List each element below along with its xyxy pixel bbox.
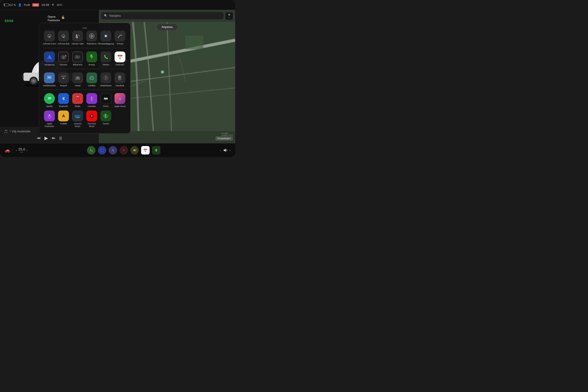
- app-vanster-sate[interactable]: Vänster Säte: [71, 30, 84, 45]
- youtube-music-label: YouTube Music: [85, 122, 98, 128]
- svg-marker-88: [134, 149, 136, 152]
- phone-taskbar-button[interactable]: [87, 146, 96, 154]
- app-caraoke[interactable]: Caraoke: [85, 93, 98, 108]
- svg-text:music: music: [76, 117, 80, 118]
- app-navigering[interactable]: Navigering: [42, 52, 56, 66]
- vol-down-button[interactable]: ‹: [220, 148, 221, 152]
- divider-1: [43, 48, 126, 48]
- temp-value: 25.0: [18, 147, 25, 151]
- nature-taskbar-button[interactable]: [152, 146, 160, 154]
- apple-music-label: Apple Music: [114, 105, 126, 108]
- svg-point-28: [63, 57, 64, 58]
- search-label[interactable]: Navigera: [109, 14, 121, 18]
- app-tidal[interactable]: TIDAL: [99, 93, 113, 108]
- vol-up-button[interactable]: ›: [229, 148, 230, 152]
- volume-icon: [223, 148, 228, 152]
- search-icon: 🔍: [104, 14, 108, 18]
- map-orientation-button[interactable]: ⊕↑: [225, 12, 233, 20]
- app-apple-music[interactable]: ♫ Apple Music: [113, 93, 127, 108]
- svg-point-4: [32, 80, 35, 82]
- messages-app-icon: [46, 75, 52, 81]
- browser-app-icon: [103, 75, 109, 81]
- tunein-icon: TuneIn: [103, 113, 109, 119]
- telefon-label: Telefon: [102, 64, 109, 66]
- auto-section: Auto: [42, 27, 128, 29]
- app-bluetooth[interactable]: Bluetooth: [57, 93, 70, 108]
- media-controls-row: ⏮ ▶ ⏭ |||: [4, 135, 95, 141]
- play-button[interactable]: ▶: [44, 135, 48, 141]
- sos-badge[interactable]: SOS: [32, 3, 39, 6]
- taskbar-left: 🚗 ‹ 25.0 ⊙⊙ ›: [5, 147, 28, 153]
- klimat-label: Klimatanläggning: [98, 42, 114, 45]
- calendar-taskbar-button[interactable]: 10: [141, 146, 150, 154]
- amazon-music-icon: amazon music: [74, 113, 81, 119]
- app-amazon-music[interactable]: amazon music Amazon Music: [71, 110, 84, 128]
- battery-icon: [4, 4, 9, 6]
- bluetooth-taskbar-button[interactable]: [109, 146, 117, 154]
- prev-button[interactable]: ⏮: [37, 136, 41, 140]
- bluetooth-icon: [60, 96, 66, 102]
- podcasts-icon: [46, 113, 52, 119]
- screen: 12 % 👤 Profil SOS 14:49 ☀ 16°C EDGE Öppn…: [0, 0, 235, 157]
- car-icon: 🚗: [5, 148, 10, 153]
- app-spotify[interactable]: Spotify: [42, 93, 56, 108]
- svg-rect-61: [118, 78, 120, 78]
- next-button[interactable]: ⏭: [52, 136, 56, 140]
- bilkamera-app-icon: [74, 54, 81, 60]
- app-radio[interactable]: Radio: [71, 93, 84, 108]
- app-bilkamera[interactable]: Bilkamera: [71, 52, 84, 66]
- kartdata-label: Kartdata ©2025: [221, 134, 233, 136]
- svg-text:TuneIn: TuneIn: [104, 116, 108, 118]
- app-webblasare[interactable]: Webbläsare: [99, 72, 113, 87]
- wiper-icon: [117, 33, 123, 39]
- camera-taskbar-icon: [100, 148, 104, 152]
- arkad-label: Arkad: [75, 84, 80, 87]
- bluetooth-label: Bluetooth: [59, 105, 68, 108]
- kungsangen-button[interactable]: Kungsängen: [216, 136, 233, 140]
- app-meddelanden[interactable]: Meddelanden: [42, 72, 56, 87]
- kalender-label: Kalender: [116, 64, 124, 66]
- media-taskbar-button[interactable]: [130, 146, 139, 154]
- svg-point-40: [48, 77, 49, 78]
- app-audible[interactable]: A Audible: [57, 110, 70, 125]
- svg-rect-36: [118, 55, 122, 56]
- temp-up-button[interactable]: ›: [26, 148, 28, 152]
- media-taskbar-icon: [132, 148, 137, 152]
- app-kalender[interactable]: 10 Kalender: [113, 52, 127, 66]
- equalizer-icon[interactable]: |||: [59, 136, 62, 140]
- close-taskbar-button[interactable]: ✕: [120, 146, 128, 154]
- app-kamera[interactable]: Kamera: [57, 52, 70, 66]
- app-klimat[interactable]: Klimatanläggning: [99, 30, 113, 45]
- calendar-app-icon: 10: [117, 54, 123, 60]
- trees-taskbar-icon: [154, 148, 158, 152]
- customize-button[interactable]: Anpassa: [157, 24, 177, 30]
- app-rattvarme[interactable]: Rattvärme: [85, 30, 98, 45]
- app-leklada[interactable]: Leklåda: [85, 72, 98, 87]
- camera-taskbar-button[interactable]: [98, 146, 106, 154]
- app-handbok[interactable]: Handbok: [113, 72, 127, 87]
- torkare-label: Torkare: [116, 42, 124, 45]
- kamera-label: Kamera: [60, 64, 67, 66]
- app-apple-podcaster[interactable]: Apple Podcaster: [42, 110, 56, 128]
- app-energi[interactable]: Energi: [85, 52, 98, 66]
- app-arkad[interactable]: Arkad: [71, 72, 84, 87]
- app-avfrosta-fram[interactable]: ⬡ ❄ Avfrosta Fram: [42, 30, 56, 45]
- app-tunein[interactable]: TuneIn TuneIn: [99, 110, 113, 125]
- camera-app-icon: [60, 54, 66, 60]
- app-avfrosta-bak[interactable]: ⬡ ❄ Avfrosta Bak: [57, 30, 70, 45]
- temp-down-button[interactable]: ‹: [16, 148, 17, 152]
- map-search-bar[interactable]: 🔍 Navigera: [101, 12, 224, 19]
- app-telefon[interactable]: Telefon: [99, 52, 113, 66]
- rattvarme-label: Rattvärme: [87, 42, 97, 45]
- energi-label: Energi: [89, 64, 95, 66]
- temp-display: 25.0 ⊙⊙: [18, 147, 25, 153]
- app-youtube-music[interactable]: YouTube Music: [85, 110, 98, 128]
- app-torkare[interactable]: Torkare: [113, 30, 127, 45]
- svg-marker-94: [155, 148, 158, 152]
- svg-rect-45: [62, 76, 62, 77]
- profile-label[interactable]: Profil: [24, 4, 30, 6]
- media-source-label[interactable]: * Välj mediekälla: [10, 130, 30, 133]
- audible-icon: A: [60, 113, 66, 119]
- divider-3: [43, 90, 126, 90]
- app-biograf[interactable]: Biograf: [57, 72, 70, 87]
